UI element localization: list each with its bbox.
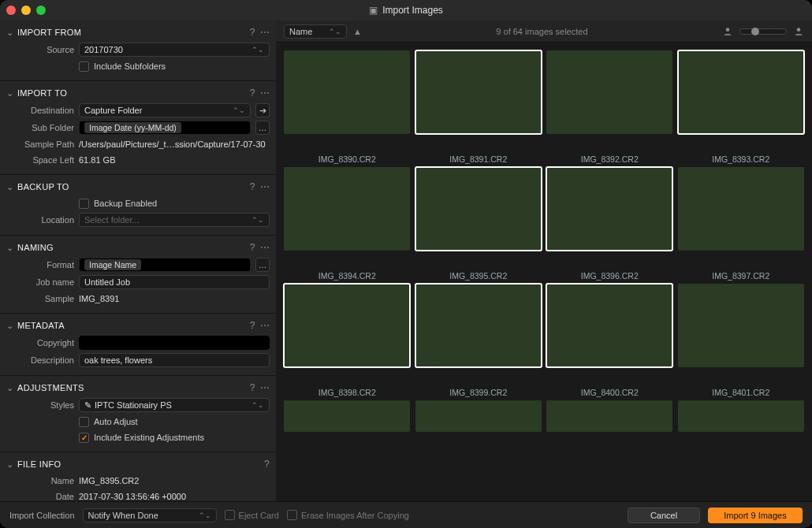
eject-card-option[interactable]: Eject Card bbox=[225, 510, 279, 520]
chevron-down-icon[interactable]: ⌄ bbox=[6, 28, 14, 38]
eject-card-checkbox[interactable] bbox=[225, 510, 235, 520]
import-collection-select[interactable]: Notify When Done ⌃⌄ bbox=[83, 508, 217, 522]
auto-adjust-checkbox[interactable] bbox=[79, 417, 89, 427]
sub-folder-token: Image Date (yy-MM-dd) bbox=[84, 122, 181, 133]
location-select[interactable]: Select folder... ⌃⌄ bbox=[79, 213, 270, 227]
thumbnail-image[interactable] bbox=[284, 167, 410, 251]
thumbnail-image[interactable] bbox=[415, 284, 542, 367]
help-icon[interactable]: ? bbox=[250, 382, 255, 393]
more-icon[interactable]: ⋯ bbox=[260, 242, 270, 253]
camera-icon: ▣ bbox=[369, 5, 378, 16]
thumbnail[interactable]: IMG_8394.CR2 bbox=[284, 167, 411, 281]
styles-select[interactable]: ✎ IPTC Stationairy PS ⌃⌄ bbox=[79, 398, 270, 412]
sub-folder-select[interactable]: Image Date (yy-MM-dd) bbox=[79, 121, 251, 135]
thumbnail-image[interactable] bbox=[546, 400, 672, 432]
main-area: Name ⌃⌄ ▲ 9 of 64 images selected IMG_83… bbox=[276, 20, 812, 501]
panel-title: ADJUSTMENTS bbox=[17, 383, 245, 392]
thumbnail-image[interactable] bbox=[678, 284, 804, 367]
thumbnail[interactable]: IMG_8395.CR2 bbox=[415, 167, 542, 281]
fi-name-value: IMG_8395.CR2 bbox=[79, 476, 270, 485]
panel-title: METADATA bbox=[17, 321, 245, 330]
thumbnail-image[interactable] bbox=[546, 50, 672, 134]
backup-enabled-checkbox[interactable] bbox=[79, 199, 89, 209]
person-icon[interactable] bbox=[793, 26, 804, 37]
sample-value: IMG_8391 bbox=[79, 294, 270, 303]
chevron-down-icon[interactable]: ⌄ bbox=[6, 321, 14, 331]
chevron-down-icon[interactable]: ⌄ bbox=[6, 383, 14, 393]
thumbnail[interactable]: IMG_8393.CR2 bbox=[678, 50, 805, 164]
thumbnail-image[interactable] bbox=[678, 50, 804, 134]
arrow-right-icon[interactable]: ➔ bbox=[255, 103, 270, 117]
more-icon[interactable]: ⋯ bbox=[260, 320, 270, 331]
backup-enabled-label: Backup Enabled bbox=[94, 199, 157, 208]
space-left-label: Space Left bbox=[6, 155, 74, 165]
chevron-down-icon[interactable]: ⌄ bbox=[6, 182, 14, 192]
person-icon[interactable] bbox=[722, 26, 733, 37]
thumbnail[interactable]: IMG_8392.CR2 bbox=[546, 50, 673, 164]
thumbnail-image[interactable] bbox=[284, 400, 410, 432]
thumbnail[interactable]: IMG_8390.CR2 bbox=[284, 50, 411, 164]
include-subfolders-checkbox[interactable] bbox=[79, 61, 89, 72]
source-value: 20170730 bbox=[84, 45, 123, 54]
thumbnail-image[interactable] bbox=[415, 400, 542, 432]
more-icon[interactable]: ⋯ bbox=[260, 181, 270, 192]
edit-icon[interactable]: … bbox=[255, 258, 270, 272]
thumbnail-image[interactable] bbox=[284, 50, 410, 134]
panel-title: IMPORT TO bbox=[17, 88, 245, 98]
sort-direction-icon[interactable]: ▲ bbox=[353, 27, 362, 36]
edit-icon[interactable]: … bbox=[255, 121, 270, 135]
thumbnail-image[interactable] bbox=[546, 284, 672, 367]
chevron-down-icon[interactable]: ⌄ bbox=[6, 243, 14, 253]
chevron-down-icon[interactable]: ⌄ bbox=[6, 88, 14, 99]
thumbnail[interactable]: IMG_8399.CR2 bbox=[415, 284, 542, 397]
thumbnail-image[interactable] bbox=[415, 50, 542, 134]
format-select[interactable]: Image Name bbox=[79, 258, 251, 272]
more-icon[interactable]: ⋯ bbox=[260, 87, 270, 99]
help-icon[interactable]: ? bbox=[250, 87, 255, 99]
thumbnail[interactable] bbox=[678, 400, 805, 432]
source-select[interactable]: 20170730 ⌃⌄ bbox=[79, 43, 270, 57]
erase-after-checkbox[interactable] bbox=[287, 510, 297, 520]
erase-after-option[interactable]: Erase Images After Copying bbox=[287, 510, 409, 520]
thumbnail[interactable]: IMG_8398.CR2 bbox=[284, 284, 411, 397]
format-token: Image Name bbox=[84, 259, 141, 270]
help-icon[interactable]: ? bbox=[264, 459, 270, 470]
include-existing-checkbox[interactable] bbox=[79, 433, 89, 443]
panel-metadata: ⌄ METADATA ? ⋯ Copyright Description oak… bbox=[0, 313, 276, 375]
copyright-input[interactable] bbox=[79, 336, 270, 350]
thumbnail[interactable] bbox=[546, 400, 673, 432]
sort-select[interactable]: Name ⌃⌄ bbox=[284, 24, 347, 39]
cancel-button[interactable]: Cancel bbox=[628, 508, 700, 523]
thumbnail-image[interactable] bbox=[678, 400, 804, 432]
chevron-down-icon[interactable]: ⌄ bbox=[6, 459, 14, 470]
help-icon[interactable]: ? bbox=[250, 27, 255, 38]
thumbnail-caption: IMG_8390.CR2 bbox=[318, 154, 376, 164]
thumbnail[interactable]: IMG_8391.CR2 bbox=[415, 50, 542, 164]
thumbnail[interactable] bbox=[284, 400, 411, 432]
thumbnail-size-slider[interactable] bbox=[739, 28, 787, 35]
location-label: Location bbox=[6, 215, 74, 225]
thumbnail-caption: IMG_8391.CR2 bbox=[449, 154, 507, 164]
more-icon[interactable]: ⋯ bbox=[260, 27, 270, 38]
description-input[interactable]: oak trees, flowers bbox=[79, 353, 270, 367]
help-icon[interactable]: ? bbox=[250, 181, 255, 192]
thumbnail[interactable]: IMG_8401.CR2 bbox=[678, 284, 805, 397]
more-icon[interactable]: ⋯ bbox=[260, 382, 270, 393]
thumbnail-image[interactable] bbox=[546, 167, 672, 251]
thumbnail-grid[interactable]: IMG_8390.CR2IMG_8391.CR2IMG_8392.CR2IMG_… bbox=[276, 43, 812, 501]
thumbnail-caption: IMG_8396.CR2 bbox=[581, 271, 639, 281]
thumbnail-image[interactable] bbox=[284, 284, 410, 367]
help-icon[interactable]: ? bbox=[250, 320, 255, 331]
help-icon[interactable]: ? bbox=[250, 242, 255, 253]
thumbnail[interactable]: IMG_8397.CR2 bbox=[678, 167, 805, 281]
thumbnail[interactable]: IMG_8396.CR2 bbox=[546, 167, 673, 281]
thumbnail-image[interactable] bbox=[415, 167, 542, 251]
panel-title: FILE INFO bbox=[17, 459, 259, 469]
thumbnail[interactable]: IMG_8400.CR2 bbox=[546, 284, 673, 397]
destination-select[interactable]: Capture Folder ⌃⌄ bbox=[79, 103, 251, 117]
job-name-input[interactable]: Untitled Job bbox=[79, 275, 270, 289]
import-button[interactable]: Import 9 Images bbox=[708, 508, 803, 523]
destination-value: Capture Folder bbox=[84, 106, 142, 115]
thumbnail[interactable] bbox=[415, 400, 542, 432]
thumbnail-image[interactable] bbox=[678, 167, 804, 251]
